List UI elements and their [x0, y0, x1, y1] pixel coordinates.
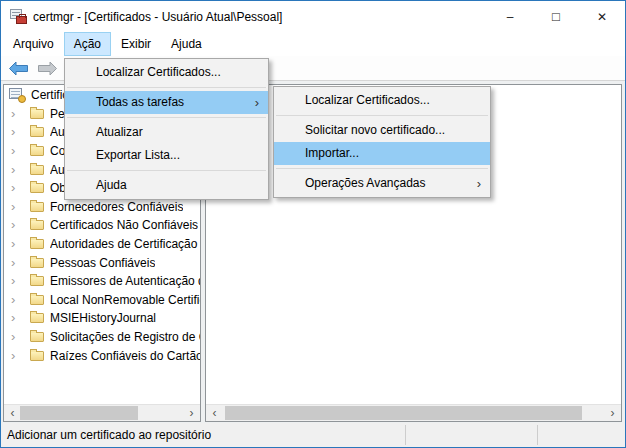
menu-item-localizar-certificados[interactable]: Localizar Certificados... — [65, 61, 268, 84]
menu-item-ajuda[interactable]: Ajuda — [65, 174, 268, 197]
maximize-button[interactable]: □ — [533, 1, 579, 32]
folder-icon — [30, 165, 44, 175]
folder-icon — [30, 202, 44, 212]
titlebar: certmgr - [Certificados - Usuário Atual\… — [1, 1, 625, 32]
back-icon[interactable] — [6, 59, 30, 77]
chevron-right-icon[interactable]: › — [11, 202, 21, 212]
scrollbar-thumb[interactable] — [20, 406, 138, 420]
tree-item-msiehistoryjournal[interactable]: › MSIEHistoryJournal — [4, 309, 200, 328]
menubar-item-acao[interactable]: Ação — [64, 32, 111, 56]
submenu-item-localizar-certificados[interactable]: Localizar Certificados... — [274, 89, 490, 112]
tree-item-raizes-cartao-inteligente[interactable]: › Raízes Confiáveis do Cartão In — [4, 346, 200, 365]
folder-icon — [30, 220, 44, 230]
chevron-right-icon[interactable]: › — [11, 313, 21, 323]
forward-icon[interactable] — [35, 59, 59, 77]
menu-item-atualizar[interactable]: Atualizar — [65, 121, 268, 144]
tree-item-local-nonremovable[interactable]: › Local NonRemovable Certific — [4, 291, 200, 310]
folder-icon — [30, 239, 44, 249]
window-title: certmgr - [Certificados - Usuário Atual\… — [33, 10, 487, 24]
close-icon: ✕ — [597, 10, 607, 24]
folder-icon — [30, 146, 44, 156]
chevron-right-icon[interactable]: › — [11, 109, 21, 119]
chevron-right-icon[interactable]: › — [11, 258, 21, 268]
menubar-item-exibir[interactable]: Exibir — [111, 32, 161, 56]
menubar: Arquivo Ação Exibir Ajuda — [1, 32, 625, 56]
scroll-right-icon[interactable]: › — [183, 405, 200, 421]
certmgr-app-icon — [10, 9, 27, 24]
menu-separator — [67, 170, 266, 171]
acao-menu: Localizar Certificados... Todas as taref… — [64, 58, 269, 200]
chevron-right-icon[interactable]: › — [11, 351, 21, 361]
chevron-right-icon[interactable]: › — [11, 183, 21, 193]
details-horizontal-scrollbar[interactable]: ‹ › — [206, 404, 621, 421]
minimize-icon: – — [507, 10, 514, 24]
menubar-item-ajuda[interactable]: Ajuda — [161, 32, 212, 56]
statusbar: Adicionar um certificado ao repositório — [1, 423, 625, 447]
tree-item-emissores-autenticacao[interactable]: › Emissores de Autenticação de — [4, 272, 200, 291]
folder-icon — [30, 313, 44, 323]
submenu-arrow-icon: › — [477, 172, 481, 195]
chevron-right-icon[interactable]: › — [11, 127, 21, 137]
tree-item-pessoas-confiaveis[interactable]: › Pessoas Confiáveis — [4, 253, 200, 272]
menubar-item-arquivo[interactable]: Arquivo — [3, 32, 64, 56]
todas-as-tarefas-submenu: Localizar Certificados... Solicitar novo… — [273, 86, 491, 198]
menu-item-todas-as-tarefas[interactable]: Todas as tarefas › — [65, 91, 268, 114]
chevron-right-icon[interactable]: › — [11, 276, 21, 286]
chevron-right-icon[interactable]: › — [11, 146, 21, 156]
menu-separator — [67, 87, 266, 88]
submenu-item-importar[interactable]: Importar... — [274, 142, 490, 165]
menu-item-exportar-lista[interactable]: Exportar Lista... — [65, 144, 268, 167]
folder-icon — [30, 276, 44, 286]
chevron-right-icon[interactable]: › — [11, 239, 21, 249]
folder-icon — [30, 258, 44, 268]
folder-icon — [30, 109, 44, 119]
scrollbar-thumb[interactable] — [225, 406, 582, 420]
statusbar-divider — [405, 425, 406, 445]
menu-separator — [67, 117, 266, 118]
chevron-right-icon[interactable]: › — [11, 332, 21, 342]
certmgr-window: certmgr - [Certificados - Usuário Atual\… — [0, 0, 626, 448]
scroll-left-icon[interactable]: ‹ — [206, 405, 223, 421]
certificates-root-icon — [9, 88, 26, 103]
chevron-right-icon[interactable]: › — [11, 165, 21, 175]
folder-icon — [30, 332, 44, 342]
menu-separator — [276, 115, 488, 116]
maximize-icon: □ — [552, 9, 560, 24]
folder-icon — [30, 183, 44, 193]
folder-icon — [30, 127, 44, 137]
tree-item-fornecedores-confiaveis[interactable]: › Fornecedores Confiáveis — [4, 198, 200, 217]
tree-item-solicitacoes-registro[interactable]: › Solicitações de Registro de C — [4, 328, 200, 347]
chevron-right-icon[interactable]: › — [11, 295, 21, 305]
close-button[interactable]: ✕ — [579, 1, 625, 32]
minimize-button[interactable]: – — [487, 1, 533, 32]
folder-icon — [30, 351, 44, 361]
folder-icon — [30, 295, 44, 305]
scroll-left-icon[interactable]: ‹ — [4, 405, 21, 421]
statusbar-divider — [537, 425, 538, 445]
submenu-item-solicitar-novo-certificado[interactable]: Solicitar novo certificado... — [274, 119, 490, 142]
tree-item-autoridades-certificacao[interactable]: › Autoridades de Certificação R — [4, 235, 200, 254]
tree-item-certificados-nao-confiaveis[interactable]: › Certificados Não Confiáveis — [4, 216, 200, 235]
submenu-arrow-icon: › — [255, 91, 259, 114]
tree-horizontal-scrollbar[interactable]: ‹ › — [4, 404, 200, 421]
chevron-right-icon[interactable]: › — [11, 220, 21, 230]
status-text: Adicionar um certificado ao repositório — [1, 428, 211, 442]
submenu-item-operacoes-avancadas[interactable]: Operações Avançadas › — [274, 172, 490, 195]
scroll-right-icon[interactable]: › — [604, 405, 621, 421]
menu-separator — [276, 168, 488, 169]
